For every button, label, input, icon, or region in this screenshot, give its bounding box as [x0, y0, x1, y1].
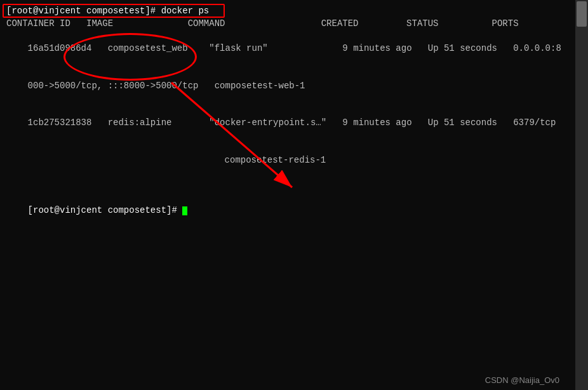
container-id-2: 1cb275321838: [28, 118, 108, 128]
final-prompt[interactable]: [root@vinjcent composetest]#: [6, 192, 569, 229]
watermark: CSDN @Naijia_Ov0: [485, 375, 559, 385]
ports-1-overflow: 000->5000/tcp, :::8000->5000/tcp: [28, 81, 215, 91]
ports-1: 0.0.0.0:8: [513, 43, 561, 53]
created-2: 9 minutes ago: [342, 118, 427, 128]
table-row-2b: composetest-redis-1: [6, 142, 569, 180]
image-1: composetest_web: [108, 43, 210, 53]
cursor: [182, 206, 187, 215]
status-1: Up 51 seconds: [428, 43, 513, 53]
ports-2: 6379/tcp: [513, 118, 556, 128]
table-row-2a: 1cb275321838 redis:alpine "docker-entryp…: [6, 105, 569, 142]
status-2: Up 51 seconds: [428, 118, 513, 128]
table-header: CONTAINER ID IMAGE COMMAND CREATED STATU…: [6, 18, 569, 30]
command-1: "flask run": [209, 43, 342, 53]
name-2: composetest-redis-1: [225, 155, 326, 165]
table-row-1b: 000->5000/tcp, :::8000->5000/tcp compose…: [6, 67, 569, 105]
created-1: 9 minutes ago: [342, 43, 427, 53]
command-2: "docker-entrypoint.s…": [209, 118, 342, 128]
name-1: composetest-web-1: [215, 81, 305, 91]
container-id-1: 16a51d0986d4: [28, 43, 108, 53]
command-line: [root@vinjcent composetest]# docker ps: [6, 5, 569, 18]
terminal-window: [root@vinjcent composetest]# docker ps C…: [0, 0, 575, 390]
scrollbar[interactable]: [575, 0, 588, 390]
table-row-1a: 16a51d0986d4 composetest_web "flask run"…: [6, 30, 569, 67]
image-2: redis:alpine: [108, 118, 210, 128]
scrollbar-thumb[interactable]: [577, 1, 587, 27]
blank-line: [6, 179, 569, 192]
prompt-text: [root@vinjcent composetest]#: [28, 205, 183, 215]
